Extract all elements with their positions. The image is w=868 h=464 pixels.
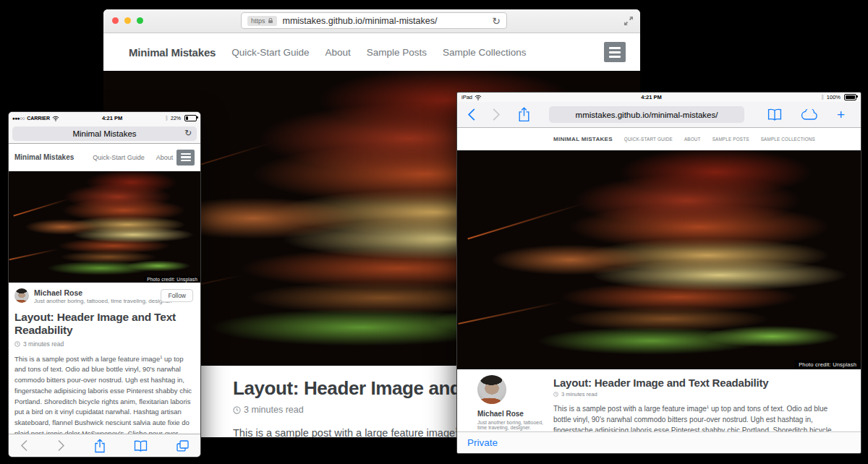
icloud-tabs-button[interactable] <box>801 109 818 120</box>
desktop-address-bar[interactable]: https mmistakes.github.io/minimal-mistak… <box>241 12 507 29</box>
tabs-button[interactable] <box>176 440 189 452</box>
minimize-window-button[interactable] <box>124 17 131 24</box>
author-name: Michael Rose <box>477 410 553 418</box>
window-controls <box>112 17 143 24</box>
battery-icon <box>844 94 856 100</box>
url-text: mmistakes.github.io/minimal-mistakes/ <box>576 111 718 119</box>
site-brand-link[interactable]: Minimal Mistakes <box>129 46 216 59</box>
close-window-button[interactable] <box>112 17 119 24</box>
book-icon <box>767 108 782 121</box>
battery-percent: 22% <box>171 116 181 121</box>
article-title: Layout: Header Image and Text Readabilit… <box>553 377 846 389</box>
back-button[interactable] <box>467 108 476 121</box>
chevron-left-icon <box>467 108 476 121</box>
status-time: 4:21 PM <box>641 94 661 100</box>
author-avatar <box>477 375 506 404</box>
private-button[interactable]: Private <box>467 437 498 448</box>
photo-credit: Photo credit: Unsplash <box>144 276 200 283</box>
bluetooth-icon: ᛒ <box>165 116 169 121</box>
menu-button[interactable] <box>176 150 195 166</box>
zoom-window-button[interactable] <box>137 17 143 24</box>
bookmarks-button[interactable] <box>767 108 782 121</box>
tabs-icon <box>176 440 189 452</box>
hero-image: Photo credit: Unsplash <box>457 150 861 369</box>
share-icon <box>94 439 106 453</box>
article-paragraph: This is a sample post with a large featu… <box>14 354 195 434</box>
author-avatar <box>14 288 29 303</box>
iphone-site-nav: Minimal Mistakes Quick-Start Guide About <box>9 144 200 171</box>
wifi-icon <box>52 116 59 121</box>
https-badge: https <box>247 16 277 26</box>
read-time-meta: 3 minutes read <box>14 340 195 348</box>
ipad-toolbar: mmistakes.github.io/minimal-mistakes/ + <box>457 102 861 128</box>
forward-button[interactable] <box>57 439 65 452</box>
clock-icon <box>553 392 558 397</box>
lock-icon <box>268 17 273 24</box>
ipad-screen: iPad 4:21 PM ᛒ 100% mmistakes.github.io/… <box>457 93 861 453</box>
nav-link-sample-collections[interactable]: Sample Collections <box>443 47 527 58</box>
read-time-label: 3 minutes read <box>23 340 64 348</box>
url-text: mmistakes.github.io/minimal-mistakes/ <box>283 16 438 26</box>
nav-link-sample-collections[interactable]: SAMPLE COLLECTIONS <box>761 137 815 142</box>
reload-button[interactable]: ↻ <box>184 129 192 137</box>
nav-link-quick-start[interactable]: Quick-Start Guide <box>93 154 145 161</box>
iphone-bottom-toolbar <box>9 434 200 457</box>
reload-button[interactable]: ↻ <box>492 16 501 26</box>
site-brand-link[interactable]: MINIMAL MISTAKES <box>553 136 613 142</box>
author-row: Michael Rose Just another boring, tattoo… <box>14 288 195 304</box>
https-label: https <box>251 17 265 25</box>
article-paragraph: This is a sample post with a large featu… <box>553 403 846 431</box>
clock-icon <box>14 341 20 347</box>
nav-link-about[interactable]: About <box>156 154 174 161</box>
author-name: Michael Rose <box>34 288 172 297</box>
iphone-url-row: Minimal Mistakes ↻ <box>9 124 200 144</box>
photo-credit: Photo credit: Unsplash <box>794 360 861 369</box>
ipad-status-bar: iPad 4:21 PM ᛒ 100% <box>457 93 861 102</box>
iphone-address-bar[interactable]: Minimal Mistakes ↻ <box>12 126 197 141</box>
fullscreen-icon[interactable] <box>624 16 634 26</box>
menu-button[interactable] <box>604 42 626 62</box>
desktop-site-nav: Minimal Mistakes Quick-Start Guide About… <box>103 33 640 71</box>
paragraph-text: This is a sample post with a large featu… <box>14 355 160 363</box>
share-button[interactable] <box>94 439 106 453</box>
hero-image: Photo credit: Unsplash <box>9 171 200 283</box>
paragraph-text: up top and tons of text. Odio ad blue bo… <box>14 355 192 434</box>
nav-link-about[interactable]: About <box>325 47 350 58</box>
read-time-label: 3 minutes read <box>561 391 597 398</box>
author-bio: Just another boring, tattooed, time trav… <box>477 420 544 430</box>
bluetooth-icon: ᛒ <box>821 95 825 100</box>
chevron-left-icon <box>20 439 28 452</box>
back-button[interactable] <box>20 439 28 452</box>
bookmarks-button[interactable] <box>134 440 148 452</box>
battery-percent: 100% <box>827 94 841 100</box>
ipad-article: Michael Rose Just another boring, tattoo… <box>457 369 861 431</box>
iphone-article: Michael Rose Just another boring, tattoo… <box>9 283 200 434</box>
carrier-label: CARRIER <box>27 116 50 121</box>
iphone-screen: ●●●○○ CARRIER 4:21 PM ᛒ 22% Minimal Mist… <box>9 112 200 457</box>
paragraph-text: This is a sample post with a large featu… <box>553 405 707 413</box>
nav-link-quick-start[interactable]: QUICK-START GUIDE <box>624 137 673 142</box>
forward-button[interactable] <box>492 108 501 121</box>
clock-icon <box>233 406 241 414</box>
desktop-titlebar: https mmistakes.github.io/minimal-mistak… <box>103 9 640 33</box>
site-brand-link[interactable]: Minimal Mistakes <box>14 153 74 161</box>
share-icon <box>518 107 530 122</box>
book-icon <box>134 440 148 452</box>
nav-link-sample-posts[interactable]: SAMPLE POSTS <box>712 137 749 142</box>
ipad-site-nav: MINIMAL MISTAKES QUICK-START GUIDE ABOUT… <box>457 128 861 150</box>
chevron-right-icon <box>57 439 65 452</box>
nav-link-sample-posts[interactable]: Sample Posts <box>367 47 427 58</box>
nav-link-about[interactable]: ABOUT <box>684 137 701 142</box>
device-label: iPad <box>461 94 472 100</box>
status-time: 4:21 PM <box>102 115 122 121</box>
ipad-address-bar[interactable]: mmistakes.github.io/minimal-mistakes/ <box>549 106 744 123</box>
wifi-icon <box>475 95 482 100</box>
follow-button[interactable]: Follow <box>161 289 193 302</box>
article-title: Layout: Header Image and Text Readabilit… <box>14 311 195 338</box>
nav-link-quick-start[interactable]: Quick-Start Guide <box>231 47 309 58</box>
new-tab-button[interactable]: + <box>837 108 845 121</box>
iphone-status-bar: ●●●○○ CARRIER 4:21 PM ᛒ 22% <box>9 112 200 124</box>
article-main: Layout: Header Image and Text Readabilit… <box>553 375 861 431</box>
share-button[interactable] <box>518 107 530 122</box>
author-sidebar: Michael Rose Just another boring, tattoo… <box>457 375 553 431</box>
